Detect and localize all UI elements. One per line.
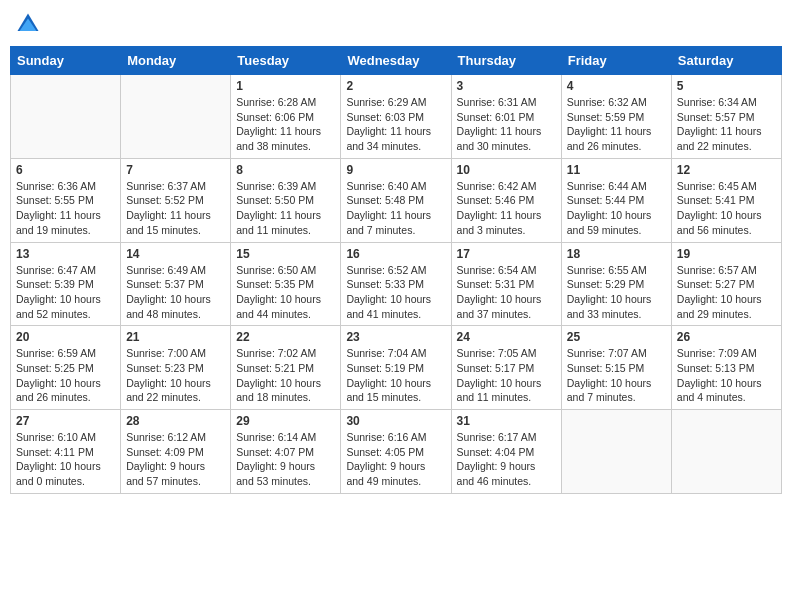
day-detail: Sunrise: 7:02 AM Sunset: 5:21 PM Dayligh…	[236, 346, 335, 405]
calendar-day-cell: 15Sunrise: 6:50 AM Sunset: 5:35 PM Dayli…	[231, 242, 341, 326]
day-detail: Sunrise: 7:00 AM Sunset: 5:23 PM Dayligh…	[126, 346, 225, 405]
day-number: 9	[346, 163, 445, 177]
day-number: 17	[457, 247, 556, 261]
calendar-day-cell: 18Sunrise: 6:55 AM Sunset: 5:29 PM Dayli…	[561, 242, 671, 326]
day-number: 10	[457, 163, 556, 177]
page-header	[10, 10, 782, 38]
calendar-day-cell: 17Sunrise: 6:54 AM Sunset: 5:31 PM Dayli…	[451, 242, 561, 326]
calendar-day-cell: 22Sunrise: 7:02 AM Sunset: 5:21 PM Dayli…	[231, 326, 341, 410]
day-detail: Sunrise: 6:42 AM Sunset: 5:46 PM Dayligh…	[457, 179, 556, 238]
day-number: 18	[567, 247, 666, 261]
day-detail: Sunrise: 6:34 AM Sunset: 5:57 PM Dayligh…	[677, 95, 776, 154]
calendar-day-cell	[671, 410, 781, 494]
weekday-header: Thursday	[451, 47, 561, 75]
logo-icon	[14, 10, 42, 38]
day-number: 23	[346, 330, 445, 344]
calendar-day-cell: 8Sunrise: 6:39 AM Sunset: 5:50 PM Daylig…	[231, 158, 341, 242]
day-detail: Sunrise: 7:04 AM Sunset: 5:19 PM Dayligh…	[346, 346, 445, 405]
calendar-week-row: 6Sunrise: 6:36 AM Sunset: 5:55 PM Daylig…	[11, 158, 782, 242]
weekday-header: Sunday	[11, 47, 121, 75]
day-detail: Sunrise: 6:57 AM Sunset: 5:27 PM Dayligh…	[677, 263, 776, 322]
calendar-day-cell: 29Sunrise: 6:14 AM Sunset: 4:07 PM Dayli…	[231, 410, 341, 494]
calendar-day-cell: 21Sunrise: 7:00 AM Sunset: 5:23 PM Dayli…	[121, 326, 231, 410]
day-number: 29	[236, 414, 335, 428]
day-detail: Sunrise: 6:31 AM Sunset: 6:01 PM Dayligh…	[457, 95, 556, 154]
day-detail: Sunrise: 6:10 AM Sunset: 4:11 PM Dayligh…	[16, 430, 115, 489]
calendar-day-cell: 5Sunrise: 6:34 AM Sunset: 5:57 PM Daylig…	[671, 75, 781, 159]
day-detail: Sunrise: 7:05 AM Sunset: 5:17 PM Dayligh…	[457, 346, 556, 405]
day-detail: Sunrise: 6:17 AM Sunset: 4:04 PM Dayligh…	[457, 430, 556, 489]
calendar-day-cell: 4Sunrise: 6:32 AM Sunset: 5:59 PM Daylig…	[561, 75, 671, 159]
calendar-week-row: 27Sunrise: 6:10 AM Sunset: 4:11 PM Dayli…	[11, 410, 782, 494]
day-detail: Sunrise: 7:09 AM Sunset: 5:13 PM Dayligh…	[677, 346, 776, 405]
day-detail: Sunrise: 6:44 AM Sunset: 5:44 PM Dayligh…	[567, 179, 666, 238]
calendar-week-row: 20Sunrise: 6:59 AM Sunset: 5:25 PM Dayli…	[11, 326, 782, 410]
weekday-header: Wednesday	[341, 47, 451, 75]
calendar-day-cell: 31Sunrise: 6:17 AM Sunset: 4:04 PM Dayli…	[451, 410, 561, 494]
day-number: 14	[126, 247, 225, 261]
calendar-day-cell	[121, 75, 231, 159]
weekday-header: Friday	[561, 47, 671, 75]
calendar-day-cell: 3Sunrise: 6:31 AM Sunset: 6:01 PM Daylig…	[451, 75, 561, 159]
calendar-day-cell: 23Sunrise: 7:04 AM Sunset: 5:19 PM Dayli…	[341, 326, 451, 410]
day-number: 27	[16, 414, 115, 428]
day-number: 8	[236, 163, 335, 177]
day-number: 20	[16, 330, 115, 344]
day-number: 5	[677, 79, 776, 93]
calendar-day-cell: 7Sunrise: 6:37 AM Sunset: 5:52 PM Daylig…	[121, 158, 231, 242]
day-detail: Sunrise: 6:52 AM Sunset: 5:33 PM Dayligh…	[346, 263, 445, 322]
day-number: 26	[677, 330, 776, 344]
calendar-day-cell: 10Sunrise: 6:42 AM Sunset: 5:46 PM Dayli…	[451, 158, 561, 242]
day-detail: Sunrise: 6:55 AM Sunset: 5:29 PM Dayligh…	[567, 263, 666, 322]
weekday-header: Monday	[121, 47, 231, 75]
day-detail: Sunrise: 6:40 AM Sunset: 5:48 PM Dayligh…	[346, 179, 445, 238]
day-detail: Sunrise: 6:50 AM Sunset: 5:35 PM Dayligh…	[236, 263, 335, 322]
day-number: 4	[567, 79, 666, 93]
weekday-header-row: SundayMondayTuesdayWednesdayThursdayFrid…	[11, 47, 782, 75]
day-number: 22	[236, 330, 335, 344]
day-detail: Sunrise: 6:37 AM Sunset: 5:52 PM Dayligh…	[126, 179, 225, 238]
calendar-week-row: 1Sunrise: 6:28 AM Sunset: 6:06 PM Daylig…	[11, 75, 782, 159]
day-detail: Sunrise: 7:07 AM Sunset: 5:15 PM Dayligh…	[567, 346, 666, 405]
calendar-day-cell: 19Sunrise: 6:57 AM Sunset: 5:27 PM Dayli…	[671, 242, 781, 326]
day-detail: Sunrise: 6:47 AM Sunset: 5:39 PM Dayligh…	[16, 263, 115, 322]
day-detail: Sunrise: 6:14 AM Sunset: 4:07 PM Dayligh…	[236, 430, 335, 489]
calendar-week-row: 13Sunrise: 6:47 AM Sunset: 5:39 PM Dayli…	[11, 242, 782, 326]
day-number: 19	[677, 247, 776, 261]
weekday-header: Saturday	[671, 47, 781, 75]
calendar-day-cell: 13Sunrise: 6:47 AM Sunset: 5:39 PM Dayli…	[11, 242, 121, 326]
day-number: 1	[236, 79, 335, 93]
day-number: 21	[126, 330, 225, 344]
calendar-day-cell: 26Sunrise: 7:09 AM Sunset: 5:13 PM Dayli…	[671, 326, 781, 410]
weekday-header: Tuesday	[231, 47, 341, 75]
day-number: 16	[346, 247, 445, 261]
day-number: 3	[457, 79, 556, 93]
day-number: 25	[567, 330, 666, 344]
day-detail: Sunrise: 6:54 AM Sunset: 5:31 PM Dayligh…	[457, 263, 556, 322]
calendar-day-cell	[11, 75, 121, 159]
calendar-day-cell: 16Sunrise: 6:52 AM Sunset: 5:33 PM Dayli…	[341, 242, 451, 326]
day-number: 13	[16, 247, 115, 261]
day-number: 2	[346, 79, 445, 93]
calendar-day-cell	[561, 410, 671, 494]
day-number: 28	[126, 414, 225, 428]
day-detail: Sunrise: 6:49 AM Sunset: 5:37 PM Dayligh…	[126, 263, 225, 322]
day-number: 30	[346, 414, 445, 428]
calendar-day-cell: 24Sunrise: 7:05 AM Sunset: 5:17 PM Dayli…	[451, 326, 561, 410]
calendar-day-cell: 9Sunrise: 6:40 AM Sunset: 5:48 PM Daylig…	[341, 158, 451, 242]
calendar-day-cell: 1Sunrise: 6:28 AM Sunset: 6:06 PM Daylig…	[231, 75, 341, 159]
day-number: 11	[567, 163, 666, 177]
logo	[14, 10, 46, 38]
day-detail: Sunrise: 6:16 AM Sunset: 4:05 PM Dayligh…	[346, 430, 445, 489]
day-detail: Sunrise: 6:32 AM Sunset: 5:59 PM Dayligh…	[567, 95, 666, 154]
day-number: 24	[457, 330, 556, 344]
calendar-day-cell: 27Sunrise: 6:10 AM Sunset: 4:11 PM Dayli…	[11, 410, 121, 494]
calendar-day-cell: 20Sunrise: 6:59 AM Sunset: 5:25 PM Dayli…	[11, 326, 121, 410]
day-detail: Sunrise: 6:59 AM Sunset: 5:25 PM Dayligh…	[16, 346, 115, 405]
day-number: 15	[236, 247, 335, 261]
day-detail: Sunrise: 6:28 AM Sunset: 6:06 PM Dayligh…	[236, 95, 335, 154]
day-number: 12	[677, 163, 776, 177]
calendar-day-cell: 6Sunrise: 6:36 AM Sunset: 5:55 PM Daylig…	[11, 158, 121, 242]
day-detail: Sunrise: 6:12 AM Sunset: 4:09 PM Dayligh…	[126, 430, 225, 489]
calendar-day-cell: 25Sunrise: 7:07 AM Sunset: 5:15 PM Dayli…	[561, 326, 671, 410]
